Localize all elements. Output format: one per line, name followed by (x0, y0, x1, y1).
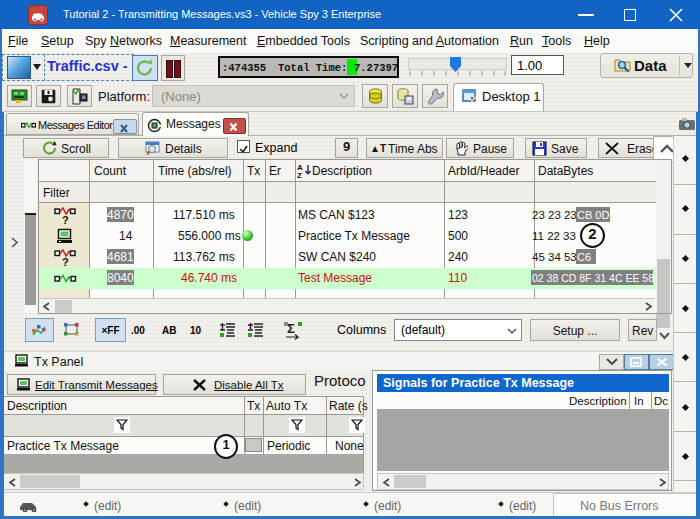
svg-text:?: ? (62, 256, 69, 267)
svg-text:Z: Z (297, 171, 302, 179)
svg-text:Σ: Σ (287, 321, 295, 336)
svg-text:?: ? (62, 214, 69, 225)
